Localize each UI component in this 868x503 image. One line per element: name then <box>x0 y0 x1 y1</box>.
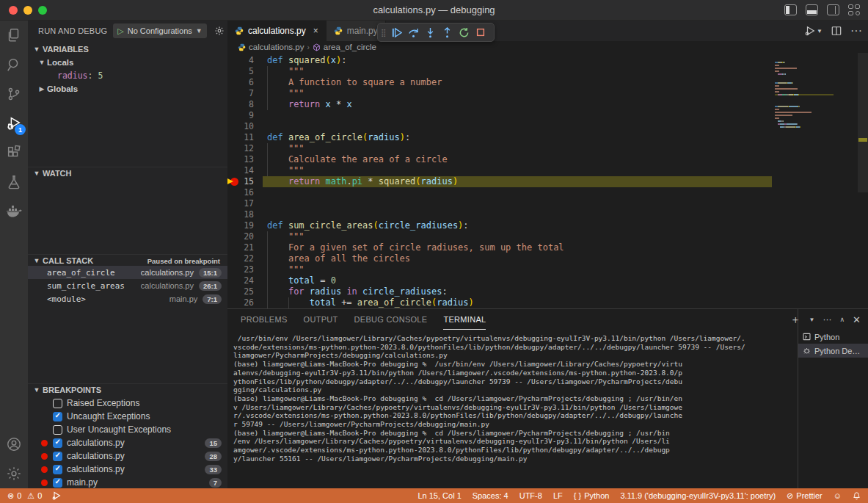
settings-gear-icon[interactable] <box>0 459 28 488</box>
breakpoint-checkbox[interactable] <box>53 452 62 461</box>
editor-scrollbar[interactable] <box>858 53 868 308</box>
docker-icon[interactable] <box>0 197 28 226</box>
watch-section-header[interactable]: ▼ WATCH <box>28 167 227 179</box>
breakpoint-checkbox[interactable] <box>53 478 62 488</box>
breakpoint-row[interactable]: calculations.py15 <box>28 436 227 449</box>
tab-calculations-py[interactable]: calculations.py × <box>227 21 327 41</box>
explorer-icon[interactable] <box>0 21 28 50</box>
breakpoint-row[interactable]: calculations.py33 <box>28 463 227 476</box>
call-stack-frame[interactable]: area_of_circle calculations.py 15:1 <box>28 266 227 279</box>
call-stack-section-header[interactable]: ▼ CALL STACK Paused on breakpoint <box>28 254 227 267</box>
restart-button[interactable] <box>456 25 471 40</box>
encoding-status[interactable]: UTF-8 <box>519 491 542 500</box>
locals-scope-row[interactable]: ▼ Locals <box>28 56 227 69</box>
breakpoint-gutter[interactable] <box>229 67 241 76</box>
breakpoint-checkbox[interactable] <box>53 399 62 408</box>
close-window-button[interactable] <box>9 6 18 15</box>
variable-row[interactable]: radius: 5 <box>28 69 227 82</box>
debug-settings-gear-icon[interactable] <box>214 26 225 36</box>
chevron-down-icon[interactable]: ▼ <box>809 316 815 323</box>
toggle-panel-icon[interactable] <box>806 4 818 15</box>
minimize-window-button[interactable] <box>23 6 32 15</box>
exception-breakpoint-row[interactable]: Uncaught Exceptions <box>28 410 227 423</box>
exception-breakpoint-row[interactable]: Raised Exceptions <box>28 397 227 410</box>
exception-breakpoint-row[interactable]: User Uncaught Exceptions <box>28 423 227 436</box>
terminal-list-item[interactable]: Python <box>798 330 868 344</box>
call-stack-frame[interactable]: <module> main.py 7:1 <box>28 292 227 305</box>
breakpoint-gutter[interactable] <box>229 265 241 275</box>
search-icon[interactable] <box>0 50 28 79</box>
debug-config-dropdown[interactable]: ▷ No Configurations ▼ <box>113 23 206 38</box>
breakpoints-section-header[interactable]: ▼ BREAKPOINTS <box>28 383 227 396</box>
breakpoint-checkbox[interactable] <box>53 412 62 421</box>
step-over-button[interactable] <box>406 25 420 40</box>
continue-button[interactable] <box>389 25 404 40</box>
toggle-sidebar-icon[interactable] <box>784 4 797 15</box>
breakpoint-gutter[interactable] <box>229 177 241 187</box>
testing-icon[interactable] <box>0 167 28 197</box>
python-interpreter[interactable]: 3.11.9 ('debugging-eyulIr3V-py3.11': poe… <box>620 491 776 500</box>
breakpoint-gutter[interactable] <box>229 210 241 220</box>
stop-button[interactable] <box>473 25 488 40</box>
run-and-debug-icon[interactable]: 1 <box>0 109 28 138</box>
breakpoint-gutter[interactable] <box>229 111 241 120</box>
formatter-status[interactable]: ⊘ Prettier <box>787 491 823 501</box>
breakpoint-gutter[interactable] <box>229 298 241 308</box>
breakpoint-gutter[interactable] <box>229 254 241 264</box>
start-debug-icon[interactable]: ▷ <box>117 26 123 36</box>
call-stack-frame[interactable]: sum_circle_areas calculations.py 26:1 <box>28 279 227 292</box>
eol-status[interactable]: LF <box>553 491 563 500</box>
breakpoint-checkbox[interactable] <box>53 465 62 474</box>
breakpoint-gutter[interactable] <box>229 199 241 209</box>
tab-terminal[interactable]: TERMINAL <box>443 309 486 330</box>
feedback-icon[interactable]: ☺ <box>834 491 842 500</box>
variables-section-header[interactable]: ▼ VARIABLES <box>28 43 227 55</box>
language-mode[interactable]: { } Python <box>574 491 610 500</box>
breakpoint-gutter[interactable] <box>229 144 241 153</box>
breadcrumb-file[interactable]: calculations.py <box>249 43 304 51</box>
breakpoint-gutter[interactable] <box>229 188 241 198</box>
zoom-window-button[interactable] <box>38 6 47 15</box>
breakpoint-gutter[interactable] <box>229 276 241 286</box>
breakpoint-gutter[interactable] <box>229 89 241 98</box>
breakpoint-gutter[interactable] <box>229 166 241 175</box>
breakpoint-gutter[interactable] <box>229 221 241 231</box>
toggle-secondary-sidebar-icon[interactable] <box>827 4 839 15</box>
breakpoint-gutter[interactable] <box>229 78 241 87</box>
breakpoint-row[interactable]: main.py7 <box>28 476 227 489</box>
account-icon[interactable] <box>0 430 28 459</box>
breakpoint-gutter[interactable] <box>229 155 241 164</box>
close-tab-icon[interactable]: × <box>313 26 318 36</box>
breadcrumb-symbol[interactable]: area_of_circle <box>324 43 376 51</box>
breakpoint-gutter[interactable] <box>229 287 241 297</box>
breakpoint-row[interactable]: calculations.py28 <box>28 449 227 463</box>
tab-debug-console[interactable]: DEBUG CONSOLE <box>354 309 428 330</box>
tab-output[interactable]: OUTPUT <box>304 309 338 330</box>
breakpoint-gutter[interactable] <box>229 122 241 131</box>
globals-scope-row[interactable]: ▶ Globals <box>28 82 227 95</box>
debug-status-icon[interactable] <box>52 491 61 500</box>
more-actions-icon[interactable]: ··· <box>823 314 832 325</box>
breakpoint-gutter[interactable] <box>229 232 241 242</box>
breakpoint-gutter[interactable] <box>229 133 241 142</box>
minimap[interactable] <box>772 53 834 308</box>
drag-handle[interactable]: ⣿ <box>381 29 385 37</box>
breakpoint-gutter[interactable] <box>229 243 241 253</box>
run-python-file-button[interactable]: ▼ <box>805 26 823 36</box>
indentation-status[interactable]: Spaces: 4 <box>473 491 508 500</box>
close-panel-icon[interactable]: ✕ <box>853 314 861 325</box>
customize-layout-icon[interactable] <box>848 4 861 15</box>
problems-status[interactable]: ⊗ 0 ⚠ 0 <box>7 491 42 501</box>
extensions-icon[interactable] <box>0 138 28 167</box>
breakpoint-gutter[interactable] <box>229 56 241 65</box>
maximize-panel-icon[interactable]: ∧ <box>840 316 845 323</box>
tab-problems[interactable]: PROBLEMS <box>241 309 288 330</box>
step-out-button[interactable] <box>440 25 454 40</box>
new-terminal-icon[interactable]: ＋ <box>790 313 801 327</box>
step-into-button[interactable] <box>423 25 437 40</box>
terminal-list-item[interactable]: Python De… <box>798 344 868 358</box>
source-control-icon[interactable] <box>0 79 28 109</box>
breakpoint-gutter[interactable] <box>229 100 241 109</box>
terminal-output[interactable]: /usr/bin/env /Users/liamgower/Library/Ca… <box>233 334 798 488</box>
cursor-position[interactable]: Ln 15, Col 1 <box>417 491 461 500</box>
